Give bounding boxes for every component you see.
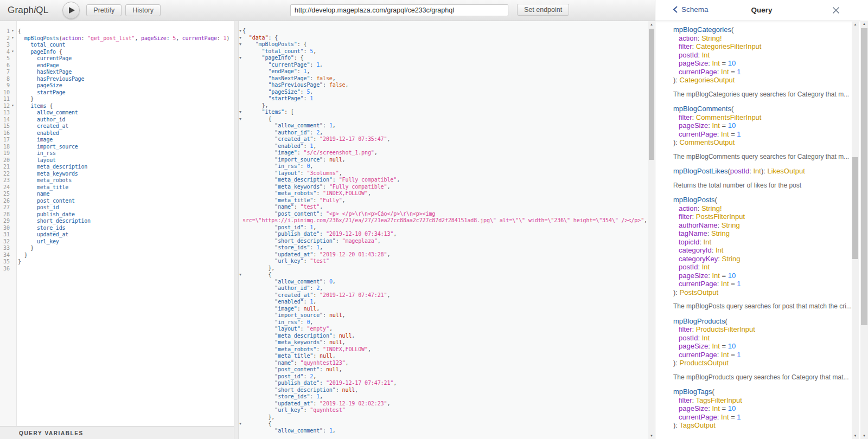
scroll-up-arrow-icon[interactable]: ▲ <box>852 21 859 28</box>
doc-line[interactable]: categoryKey: String <box>673 255 852 263</box>
doc-line[interactable]: filter: TagsFilterInput <box>673 396 852 405</box>
result-code-line: "meta_description": null, <box>242 333 648 340</box>
result-code-line: "post_id": 1, <box>242 224 648 231</box>
result-code-line: "post_content": null, <box>242 366 648 373</box>
doc-line[interactable]: pageSize: Int = 10 <box>673 59 852 68</box>
fold-arrow-icon[interactable]: ▾ <box>11 35 14 40</box>
doc-line[interactable]: topicId: Int <box>673 238 852 247</box>
query-code-line: post_id <box>18 204 233 211</box>
fold-arrow-icon[interactable]: ▾ <box>11 49 14 54</box>
gutter-rows: 1▾2▾34▾56789101112▾131415161718192021222… <box>0 28 16 272</box>
doc-line[interactable]: postId: Int <box>673 263 852 272</box>
query-variables-bar[interactable]: QUERY VARIABLES <box>0 426 234 439</box>
toolbar: GraphiQL Prettify History Set endpoint <box>0 0 655 21</box>
doc-line[interactable]: currentPage: Int = 1 <box>673 351 852 359</box>
doc-line[interactable]: ): TagsOutput <box>673 421 852 430</box>
fold-arrow-icon[interactable]: ▾ <box>239 35 241 41</box>
prettify-button[interactable]: Prettify <box>86 4 122 16</box>
doc-line[interactable]: currentPage: Int = 1 <box>673 130 852 139</box>
doc-scrollbar[interactable]: ▲ ▼ <box>852 21 859 439</box>
doc-description: The mpBlogPosts query searches for post … <box>673 302 852 311</box>
doc-line[interactable]: authorName: String <box>673 221 852 230</box>
editor-result-divider[interactable] <box>234 21 239 439</box>
doc-line[interactable]: ): CategoriesOutput <box>673 76 852 85</box>
result-code-line: "enabled": 1, <box>242 299 648 306</box>
result-code-line: "url_key": "test" <box>242 258 648 265</box>
line-number: 14 <box>0 117 16 124</box>
doc-line[interactable]: currentPage: Int = 1 <box>673 280 852 288</box>
doc-line[interactable]: action: String! <box>673 204 852 213</box>
history-button[interactable]: History <box>125 4 161 16</box>
doc-line[interactable]: ): ProductsOutput <box>673 359 852 367</box>
result-code-line: }, <box>242 265 648 272</box>
result-json: { "data": { "mpBlogPosts": { "total_coun… <box>242 28 648 434</box>
result-code-line: "in_rss": 0, <box>242 319 648 326</box>
set-endpoint-button[interactable]: Set endpoint <box>517 4 569 16</box>
doc-line[interactable]: filter: CommentsFilterInput <box>673 113 852 122</box>
fold-arrow-icon[interactable]: ▾ <box>239 55 241 61</box>
doc-line[interactable]: mpBlogCategories( <box>673 25 852 34</box>
result-code-line: "store_ids": 1, <box>242 393 648 401</box>
query-code-line: short_description <box>18 218 233 225</box>
window-scrollbar-thumb[interactable] <box>861 28 867 325</box>
line-number: 29 <box>0 218 16 225</box>
result-code-line: "author_id": 2, <box>242 130 648 137</box>
result-code-line: "updated_at": "2019-12-20 01:43:28", <box>242 251 648 259</box>
doc-line[interactable]: tagName: String <box>673 229 852 238</box>
doc-line[interactable]: pageSize: Int = 10 <box>673 404 852 413</box>
doc-close-button[interactable] <box>832 7 840 14</box>
fold-arrow-icon[interactable]: ▾ <box>11 103 14 108</box>
doc-line[interactable]: currentPage: Int = 1 <box>673 68 852 76</box>
doc-line[interactable]: pageSize: Int = 10 <box>673 272 852 280</box>
scroll-down-arrow-icon[interactable]: ▼ <box>852 432 859 439</box>
scroll-up-arrow-icon[interactable]: ▲ <box>648 21 655 28</box>
result-scrollbar-thumb[interactable] <box>649 29 654 160</box>
result-code-line: "pageInfo": { <box>242 55 648 62</box>
doc-line[interactable]: postId: Int <box>673 334 852 343</box>
execute-query-button[interactable] <box>62 2 80 19</box>
query-variables-label: QUERY VARIABLES <box>19 430 84 436</box>
result-scrollbar[interactable]: ▲ ▼ <box>648 21 655 439</box>
fold-arrow-icon[interactable]: ▾ <box>239 117 241 122</box>
query-editor[interactable]: 1▾2▾34▾56789101112▾131415161718192021222… <box>0 21 234 426</box>
scroll-down-arrow-icon[interactable]: ▼ <box>648 432 655 439</box>
doc-line[interactable]: currentPage: Int = 1 <box>673 413 852 422</box>
doc-line[interactable]: mpBlogPosts( <box>673 196 852 204</box>
fold-arrow-icon[interactable]: ▾ <box>239 109 241 115</box>
doc-line[interactable]: ): PostsOutput <box>673 288 852 297</box>
doc-line[interactable]: mpBlogTags( <box>673 388 852 396</box>
query-code[interactable]: { mpBlogPosts(action: "get_post_list", p… <box>18 28 233 424</box>
query-code-line: image <box>18 137 233 144</box>
fold-arrow-icon[interactable]: ▾ <box>239 42 241 47</box>
scroll-down-arrow-icon[interactable]: ▼ <box>860 432 868 439</box>
query-code-line: total_count <box>18 42 233 49</box>
window-scrollbar[interactable]: ▲ ▼ <box>860 21 868 439</box>
doc-line[interactable]: mpBlogProducts( <box>673 317 852 326</box>
doc-line[interactable]: postId: Int <box>673 51 852 60</box>
result-code-line: "allow_comment": 1, <box>242 122 648 130</box>
result-code-line: "created_at": "2019-12-17 07:35:47", <box>242 136 648 143</box>
fold-arrow-icon[interactable]: ▾ <box>11 28 14 33</box>
line-number: 33 <box>0 245 16 252</box>
doc-line[interactable]: pageSize: Int = 10 <box>673 342 852 351</box>
doc-scrollbar-thumb[interactable] <box>852 157 858 259</box>
fold-arrow-icon[interactable]: ▾ <box>239 272 241 277</box>
line-number: 3 <box>0 42 16 49</box>
doc-line[interactable]: filter: PostsFilterInput <box>673 212 852 221</box>
query-code-line: hasPreviousPage <box>18 76 233 83</box>
doc-line[interactable]: action: String! <box>673 34 852 43</box>
doc-line[interactable]: mpBlogComments( <box>673 105 852 113</box>
fold-arrow-icon[interactable]: ▾ <box>239 28 241 34</box>
line-number: 11 <box>0 96 16 103</box>
doc-line[interactable]: pageSize: Int = 10 <box>673 121 852 130</box>
doc-line[interactable]: mpBlogPostLikes(postId: Int): LikesOutpu… <box>673 167 852 176</box>
doc-line[interactable]: ): CommentsOutput <box>673 138 852 147</box>
scroll-up-arrow-icon[interactable]: ▲ <box>860 21 868 27</box>
line-number: 16 <box>0 130 16 137</box>
endpoint-url-input[interactable] <box>290 4 508 16</box>
doc-line[interactable]: categoryId: Int <box>673 246 852 255</box>
fold-arrow-icon[interactable]: ▾ <box>239 421 241 427</box>
doc-line[interactable]: filter: CategoriesFilterInput <box>673 42 852 51</box>
doc-line[interactable]: filter: ProductsFilterInput <box>673 325 852 334</box>
line-number: 26 <box>0 198 16 205</box>
